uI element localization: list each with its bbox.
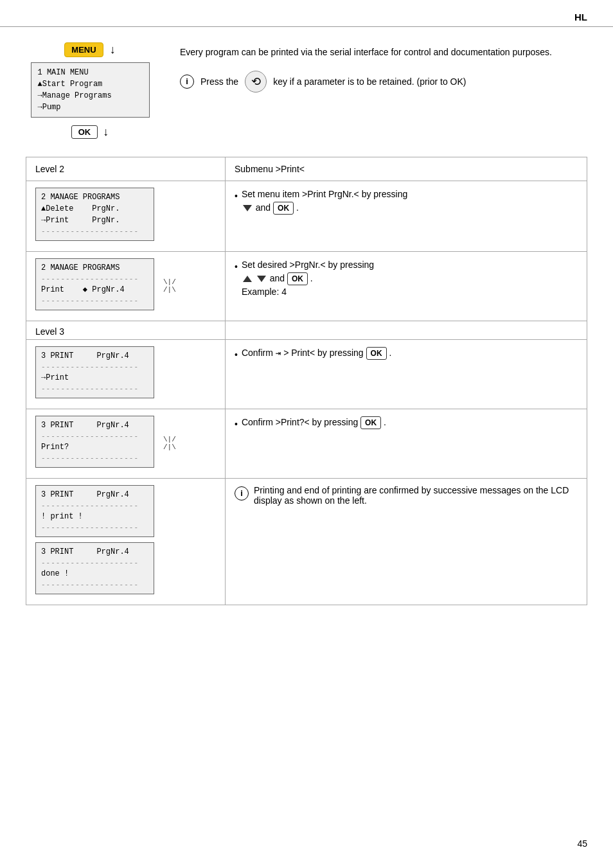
down-arrow-icon-2 — [257, 276, 266, 282]
nav-icon-l3-row2: \|/ /|\ — [163, 436, 176, 451]
move-icon-up-l3: \|/ — [163, 436, 176, 443]
l3-col1-row2: 3 PRINT PrgNr.4 -------------------- Pri… — [26, 409, 226, 478]
main-table: Level 2 Submenu >Print< 2 MANAGE PROGRAM… — [26, 157, 587, 605]
level3-row-1: 3 PRINT PrgNr.4 -------------------- →Pr… — [26, 339, 587, 409]
lcd-r2-l2: -------------------- — [41, 274, 148, 285]
lcd-r2-l3: Print ◆ PrgNr.4 — [41, 284, 148, 296]
ok-arrow-down: ↓ — [103, 125, 109, 139]
ok-inline-2: OK — [287, 272, 308, 285]
l3-lcd-row1: 3 PRINT PrgNr.4 -------------------- →Pr… — [35, 346, 154, 398]
col2-row1: • Set menu item >Print PrgNr.< by pressi… — [226, 181, 587, 252]
l3-r3b-l4: -------------------- — [41, 580, 148, 590]
l3-r1-l3: →Print — [41, 372, 148, 384]
l3-r3b-l1: 3 PRINT PrgNr.4 — [41, 546, 148, 558]
ok-row: OK ↓ — [71, 125, 109, 139]
lcd-r1-l2: ▲Delete PrgNr. — [41, 203, 148, 215]
and-label-1: and — [256, 202, 273, 213]
move-icon-down: /|\ — [163, 286, 176, 294]
l3-bullet-dot-1: • — [235, 348, 238, 362]
l3-r3b-l2: -------------------- — [41, 558, 148, 569]
menu-button: MENU — [64, 42, 103, 57]
info-note2: key if a parameter is to be retained. (p… — [273, 75, 466, 89]
lcd-line-1: 1 MAIN MENU — [38, 67, 143, 78]
l3-r2-l3: Print? — [41, 441, 148, 453]
table-header-row: Level 2 Submenu >Print< — [26, 157, 587, 181]
up-arrow-icon-2 — [243, 276, 252, 282]
lcd-r2-l4: -------------------- — [41, 296, 148, 306]
table-row-2: 2 MANAGE PROGRAMS -------------------- P… — [26, 251, 587, 321]
move-icon-up: \|/ — [163, 278, 176, 286]
undo-key-icon: ⟲ — [245, 71, 267, 93]
page-number: 45 — [577, 838, 587, 849]
bullet-item-1: • Set menu item >Print PrgNr.< by pressi… — [235, 188, 578, 215]
l3-r1-l1: 3 PRINT PrgNr.4 — [41, 350, 148, 362]
ok-inline-l3-2: OK — [360, 416, 381, 429]
lcd-line-4: →Pump — [38, 102, 143, 113]
lcd-line-3: →Manage Programs — [38, 90, 143, 102]
level3-row-2: 3 PRINT PrgNr.4 -------------------- Pri… — [26, 409, 587, 478]
l3-r2-l2: -------------------- — [41, 431, 148, 442]
level3-row-3: 3 PRINT PrgNr.4 -------------------- ! p… — [26, 478, 587, 605]
info-icon-l3: i — [235, 486, 249, 500]
col2-row2: • Set desired >PrgNr.< by pressing and O… — [226, 251, 587, 321]
l3-col2-row2: • Confirm >Print?< by pressing OK . — [226, 409, 587, 478]
l3-lcd-row3a: 3 PRINT PrgNr.4 -------------------- ! p… — [35, 485, 154, 537]
period-1: . — [296, 202, 299, 213]
l3-r2-l1: 3 PRINT PrgNr.4 — [41, 420, 148, 431]
lcd-r1-l3: →Print PrgNr. — [41, 215, 148, 226]
l3-lcd-row2: 3 PRINT PrgNr.4 -------------------- Pri… — [35, 416, 154, 468]
lcd-r1-l4: -------------------- — [41, 226, 148, 237]
nav-icon-row2: \|/ /|\ — [163, 278, 176, 294]
info-row: i Press the ⟲ key if a parameter is to b… — [180, 71, 587, 93]
l3-bullet-text-2: Confirm >Print?< by pressing OK . — [242, 416, 386, 429]
example-label: Example: 4 — [242, 287, 287, 297]
lcd-line-2: ▲Start Program — [38, 78, 143, 90]
lcd-r1-l1: 2 MANAGE PROGRAMS — [41, 191, 148, 203]
l3-info-text: Printing and end of printing are confirm… — [254, 485, 578, 506]
top-section: MENU ↓ 1 MAIN MENU ▲Start Program →Manag… — [26, 42, 587, 139]
top-text-block: Every program can be printed via the ser… — [180, 42, 587, 93]
menu-button-row: MENU ↓ — [64, 42, 115, 57]
col1-row1: 2 MANAGE PROGRAMS ▲Delete PrgNr. →Print … — [26, 181, 226, 252]
l3-bullet-item-2: • Confirm >Print?< by pressing OK . — [235, 416, 578, 431]
table-row-1: 2 MANAGE PROGRAMS ▲Delete PrgNr. →Print … — [26, 181, 587, 252]
l3-bullet-dot-2: • — [235, 418, 238, 431]
bullet-text-2: Set desired >PrgNr.< by pressing and OK … — [242, 258, 374, 299]
menu-diagram: MENU ↓ 1 MAIN MENU ▲Start Program →Manag… — [26, 42, 154, 139]
l3-r1-l2: -------------------- — [41, 362, 148, 373]
bullet-item-2: • Set desired >PrgNr.< by pressing and O… — [235, 258, 578, 299]
l3-r3a-l2: -------------------- — [41, 500, 148, 511]
col1-header: Level 2 — [26, 157, 226, 181]
and-label-2: and — [270, 273, 287, 283]
bullet-dot-1: • — [235, 190, 238, 203]
page-header: HL — [0, 0, 613, 27]
l3-r3a-l1: 3 PRINT PrgNr.4 — [41, 489, 148, 500]
l3-r2-l4: -------------------- — [41, 453, 148, 464]
l3-r3a-l3: ! print ! — [41, 511, 148, 522]
l3-col1-row1: 3 PRINT PrgNr.4 -------------------- →Pr… — [26, 339, 226, 409]
page-header-label: HL — [574, 12, 587, 22]
l3-bullet-item-1: • Confirm ⇥ > Print< by pressing OK . — [235, 346, 578, 362]
intro-text: Every program can be printed via the ser… — [180, 45, 587, 59]
l3-r3b-l3: done ! — [41, 568, 148, 580]
lcd-table-row2: 2 MANAGE PROGRAMS -------------------- P… — [35, 258, 154, 310]
menu-lcd-screen: 1 MAIN MENU ▲Start Program →Manage Progr… — [31, 62, 150, 118]
lcd-r2-l1: 2 MANAGE PROGRAMS — [41, 262, 148, 274]
period-2: . — [310, 273, 313, 283]
bullet-text-1: Set menu item >Print PrgNr.< by pressing… — [242, 188, 407, 215]
ok-inline-l3-1: OK — [366, 347, 387, 360]
ok-inline-1: OK — [273, 202, 294, 215]
confirm-arrow-1: ⇥ — [276, 348, 281, 358]
move-icon-down-l3: /|\ — [163, 443, 176, 451]
l3-col1-row3: 3 PRINT PrgNr.4 -------------------- ! p… — [26, 478, 226, 605]
ok-button-top: OK — [71, 125, 98, 139]
l3-col2-row1: • Confirm ⇥ > Print< by pressing OK . — [226, 339, 587, 409]
info-icon: i — [180, 75, 194, 89]
level3-header-row: Level 3 — [26, 321, 587, 339]
col2-header: Submenu >Print< — [226, 157, 587, 181]
lcd-table-row1: 2 MANAGE PROGRAMS ▲Delete PrgNr. →Print … — [35, 188, 154, 241]
down-arrow-icon-1 — [243, 205, 252, 211]
bullet-dot-2: • — [235, 260, 238, 274]
level3-col1: Level 3 — [26, 321, 226, 339]
main-content: MENU ↓ 1 MAIN MENU ▲Start Program →Manag… — [0, 27, 613, 631]
